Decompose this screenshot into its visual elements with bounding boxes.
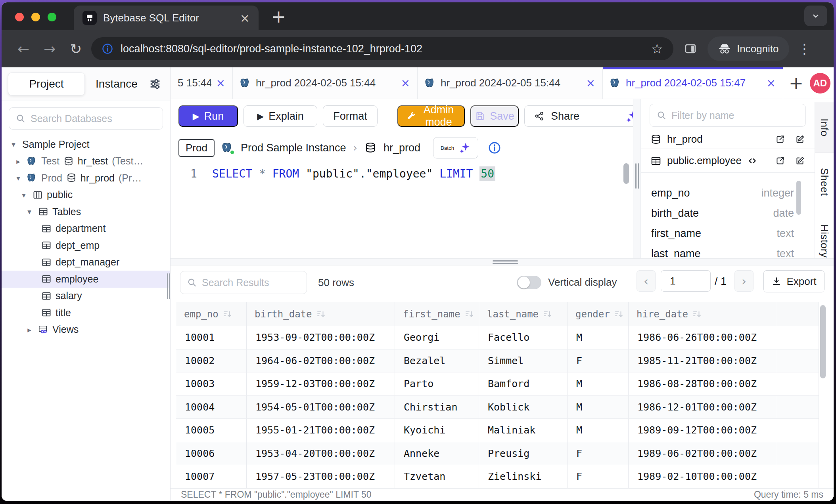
instance-name[interactable]: Prod Sample Instance — [241, 142, 346, 154]
table-row[interactable]: 100041954-05-01T00:00:00ZChirstianKoblic… — [176, 396, 819, 419]
results-search-input[interactable] — [202, 277, 300, 288]
forward-button[interactable]: → — [36, 41, 63, 57]
add-tab-button[interactable]: + — [789, 73, 803, 93]
batch-button[interactable]: Batch — [433, 137, 478, 158]
new-tab-button[interactable]: + — [271, 6, 286, 27]
column-header[interactable]: last_name — [479, 302, 568, 326]
editor-tab[interactable]: hr_prod 2024-02-05 15:44× — [418, 67, 603, 99]
results-scrollbar[interactable] — [820, 305, 826, 378]
results-search-box[interactable] — [180, 271, 307, 294]
share-button[interactable]: Share — [524, 105, 649, 127]
tree-item[interactable]: salary — [2, 288, 170, 305]
tab-project[interactable]: Project — [8, 73, 85, 95]
page-input[interactable] — [661, 270, 711, 292]
close-icon[interactable]: × — [767, 76, 776, 90]
browser-tab-close-icon[interactable]: × — [240, 11, 250, 25]
export-button[interactable]: Export — [763, 270, 824, 292]
table-row[interactable]: 100051955-01-21T00:00:00ZKyoichiMaliniak… — [176, 419, 819, 442]
table-header-row: emp_nobirth_datefirst_namelast_namegende… — [176, 302, 819, 326]
url-text[interactable]: localhost:8080/sql-editor/prod-sample-in… — [121, 43, 644, 55]
table-row[interactable]: 100061953-04-20T00:00:00ZAnnekePreusigF1… — [176, 442, 819, 466]
browser-tab[interactable]: Bytebase SQL Editor × — [74, 6, 259, 30]
sidebar-resize-handle[interactable] — [169, 273, 170, 299]
tree-item[interactable]: ▾public — [2, 187, 170, 204]
panel-database-row[interactable]: hr_prod — [641, 130, 815, 149]
prev-page-button[interactable]: ‹ — [637, 270, 656, 292]
minimize-window-button[interactable] — [31, 13, 40, 21]
close-icon[interactable]: × — [401, 76, 410, 90]
table-row[interactable]: 100021964-06-02T00:00:00ZBezalelSimmelF1… — [176, 349, 819, 373]
browser-menu-icon[interactable]: ⋮ — [798, 41, 811, 57]
tree-settings-icon[interactable] — [149, 78, 161, 90]
editor-tab[interactable]: hr_prod 2024-02-05 15:47× — [603, 67, 783, 99]
info-icon[interactable] — [488, 141, 501, 155]
panel-scrollbar[interactable] — [796, 181, 801, 215]
tree-item[interactable]: ▸Views — [2, 321, 170, 338]
tree-item[interactable]: dept_emp — [2, 237, 170, 254]
tab-instance[interactable]: Instance — [85, 78, 148, 90]
column-row[interactable]: last_nametext — [641, 244, 815, 258]
column-header[interactable]: emp_no — [176, 302, 247, 326]
tree-item[interactable]: ▸Testhr_test (Test… — [2, 153, 170, 170]
close-icon[interactable]: × — [216, 76, 225, 90]
tree-item[interactable]: title — [2, 304, 170, 321]
edit-icon[interactable] — [795, 156, 805, 166]
code-icon[interactable] — [747, 156, 757, 166]
table-cell: Bamford — [479, 372, 568, 395]
tree-item[interactable]: department — [2, 220, 170, 237]
column-row[interactable]: birth_datedate — [641, 203, 815, 223]
table-row[interactable]: 100031959-12-03T00:00:00ZPartoBamfordM19… — [176, 372, 819, 396]
tree-item[interactable]: ▾Prodhr_prod (Pr… — [2, 170, 170, 187]
external-link-icon[interactable] — [775, 134, 785, 145]
tree-item[interactable]: employee — [2, 271, 170, 288]
sql-editor[interactable]: 1 SELECT * FROM "public"."employee" LIMI… — [171, 162, 633, 258]
panel-divider-vertical[interactable] — [633, 99, 641, 258]
run-button[interactable]: ▶ Run — [178, 105, 238, 127]
column-header[interactable]: birth_date — [247, 302, 395, 326]
tree-item[interactable]: ▾Sample Project — [2, 136, 170, 153]
bookmark-star-icon[interactable]: ☆ — [651, 41, 663, 57]
table-cell: 10006 — [176, 442, 247, 465]
format-button[interactable]: Format — [323, 105, 378, 127]
column-row[interactable]: emp_nointeger — [641, 183, 815, 203]
database-name[interactable]: hr_prod — [383, 142, 420, 154]
schema-filter-input[interactable] — [671, 110, 799, 121]
admin-mode-button[interactable]: Admin mode — [397, 105, 465, 127]
avatar[interactable]: AD — [810, 73, 830, 94]
column-header[interactable]: gender — [568, 302, 629, 326]
site-info-icon[interactable] — [102, 43, 113, 55]
edit-icon[interactable] — [795, 134, 805, 145]
editor-scrollbar[interactable] — [623, 163, 629, 184]
editor-tab[interactable]: hr_prod 2024-02-05 15:44× — [233, 67, 418, 99]
column-row[interactable]: first_nametext — [641, 223, 815, 244]
tree-item[interactable]: dept_manager — [2, 254, 170, 271]
close-window-button[interactable] — [15, 13, 24, 21]
tab-overview-button[interactable] — [804, 6, 827, 26]
address-bar[interactable]: localhost:8080/sql-editor/prod-sample-in… — [91, 37, 673, 60]
side-panel-icon[interactable] — [684, 42, 697, 55]
back-button[interactable]: ← — [10, 41, 36, 57]
sidebar-resize-handle[interactable] — [167, 273, 168, 299]
database-search-input[interactable] — [31, 113, 156, 124]
vertical-display-toggle[interactable] — [517, 276, 541, 289]
maximize-window-button[interactable] — [48, 13, 56, 21]
database-search-box[interactable] — [9, 107, 163, 130]
close-icon[interactable]: × — [586, 76, 595, 90]
side-tab-info[interactable]: Info — [815, 102, 834, 153]
schema-filter-box[interactable] — [650, 104, 806, 127]
explain-button[interactable]: ▶ Explain — [244, 105, 317, 127]
panel-table-row[interactable]: public.employee — [641, 149, 815, 173]
reload-button[interactable]: ↻ — [63, 41, 89, 57]
panel-divider-horizontal[interactable] — [171, 258, 834, 265]
side-tab-sheet[interactable]: Sheet — [815, 153, 834, 211]
column-header[interactable]: first_name — [395, 302, 479, 326]
save-button[interactable]: Save — [470, 105, 519, 127]
sql-code-line[interactable]: SELECT * FROM "public"."employee" LIMIT … — [212, 167, 495, 180]
external-link-icon[interactable] — [775, 156, 785, 166]
next-page-button[interactable]: › — [734, 270, 754, 292]
table-row[interactable]: 100011953-09-02T00:00:00ZGeorgiFacelloM1… — [176, 326, 819, 349]
editor-tab[interactable]: 5 15:44× — [171, 67, 233, 99]
tree-item[interactable]: ▾Tables — [2, 203, 170, 220]
table-row[interactable]: 100071957-05-23T00:00:00ZTzvetanZielinsk… — [176, 465, 819, 489]
column-header[interactable]: hire_date — [629, 302, 777, 326]
